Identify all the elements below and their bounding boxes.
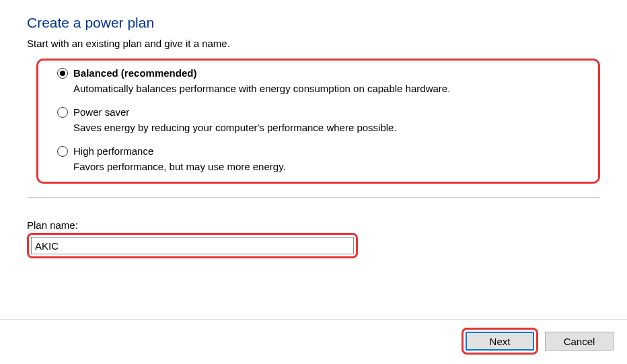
plan-name-section: Plan name: <box>27 219 600 258</box>
radio-high-performance-icon[interactable] <box>57 146 68 157</box>
plans-highlight-box: Balanced (recommended) Automatically bal… <box>36 59 600 184</box>
plan-label-high-performance: High performance <box>73 145 153 157</box>
plan-desc-power-saver: Saves energy by reducing your computer's… <box>73 122 586 133</box>
plan-option-balanced[interactable]: Balanced (recommended) Automatically bal… <box>57 67 586 94</box>
cancel-button[interactable]: Cancel <box>545 332 614 351</box>
plan-option-power-saver[interactable]: Power saver Saves energy by reducing you… <box>57 106 586 133</box>
plan-label-balanced: Balanced (recommended) <box>73 67 196 79</box>
footer: Next Cancel <box>0 319 627 355</box>
next-button[interactable]: Next <box>466 332 534 351</box>
page-title: Create a power plan <box>27 15 600 31</box>
plan-desc-balanced: Automatically balances performance with … <box>73 83 586 94</box>
plan-option-high-performance[interactable]: High performance Favors performance, but… <box>57 145 586 172</box>
next-highlight-box: Next <box>462 328 538 355</box>
plan-name-label: Plan name: <box>27 219 600 231</box>
plan-desc-high-performance: Favors performance, but may use more ene… <box>73 161 586 172</box>
plan-name-input[interactable] <box>31 237 354 254</box>
plan-name-highlight-box <box>27 233 358 258</box>
radio-balanced-icon[interactable] <box>57 68 68 79</box>
divider <box>27 197 600 198</box>
subtitle: Start with an existing plan and give it … <box>27 38 600 49</box>
radio-power-saver-icon[interactable] <box>57 107 68 118</box>
plan-label-power-saver: Power saver <box>73 106 129 118</box>
